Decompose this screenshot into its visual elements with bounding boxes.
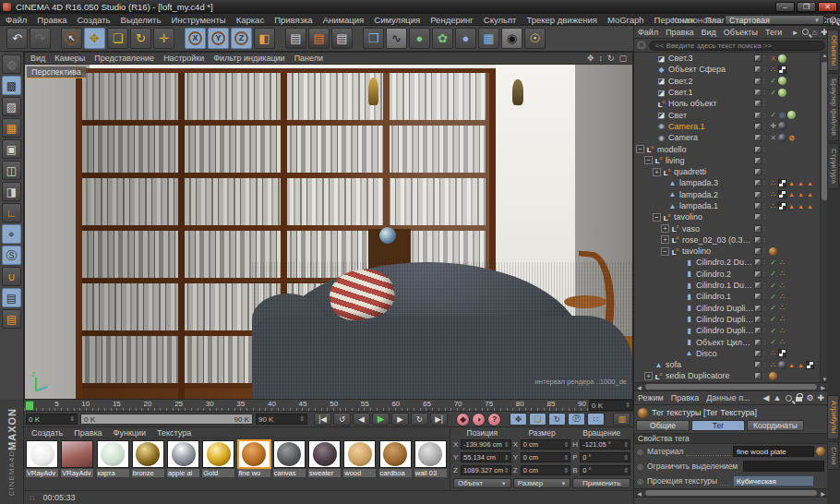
material-item[interactable]: cardboa — [379, 440, 413, 477]
object-tree-row[interactable]: Cilindro.2 : — [634, 269, 828, 280]
object-tree-row[interactable]: sofa : — [634, 359, 828, 370]
material-menu-item[interactable]: Текстура — [157, 428, 191, 438]
spinner-icon[interactable]: ⇕ — [625, 402, 630, 409]
object-name[interactable]: Свет.2 — [668, 77, 754, 86]
attribute-value-field[interactable] — [743, 461, 824, 472]
keyframe-circle-icon[interactable]: ◎ — [637, 462, 645, 471]
model-mode-button[interactable]: ▩ — [2, 76, 21, 95]
visibility-dots-icon[interactable]: : — [763, 316, 767, 323]
visibility-dots-icon[interactable]: : — [763, 146, 767, 153]
viewport-menu-item[interactable]: Камеры — [54, 54, 85, 63]
edit-toggle-icon[interactable] — [754, 236, 762, 244]
edit-toggle-icon[interactable] — [754, 179, 762, 186]
scroll-right-icon[interactable]: ▶ — [819, 384, 827, 390]
edit-toggle-icon[interactable] — [754, 361, 762, 368]
object-tree-row[interactable]: Cilindro.2 Duplicatore : — [634, 257, 828, 268]
home-icon[interactable]: ⌂ — [812, 28, 817, 37]
spinner-icon[interactable]: ⇕ — [504, 454, 510, 462]
play-button[interactable]: ▶ — [372, 413, 390, 426]
apply-button[interactable]: Применить — [572, 478, 630, 488]
attribute-tab[interactable]: Координаты — [747, 420, 804, 431]
coordinate-system-button[interactable]: ◧ — [254, 28, 275, 49]
edit-toggle-icon[interactable] — [754, 66, 762, 73]
material-menu-item[interactable]: Создать — [31, 428, 63, 438]
object-name[interactable]: Cilindro.1 — [696, 292, 754, 301]
clear-search-icon[interactable]: ✕ — [637, 41, 646, 50]
edit-toggle-icon[interactable] — [754, 225, 762, 233]
coordinate-field[interactable]: -121.05 ° ⇕ — [580, 439, 630, 450]
points-mode-button[interactable]: ▣ — [2, 139, 21, 159]
search-icon[interactable] — [802, 29, 809, 35]
object-name[interactable]: Cilindro.2 Duplicatore — [696, 258, 754, 267]
object-name[interactable]: quadretti — [674, 167, 754, 176]
record-keyframe-button[interactable]: ◆ — [456, 413, 470, 426]
object-name[interactable]: sofa — [666, 360, 754, 369]
spinner-icon[interactable]: ⇕ — [504, 441, 510, 449]
view-label[interactable]: Перспектива — [27, 66, 86, 78]
scroll-thumb[interactable] — [645, 490, 817, 496]
coordinate-field[interactable]: -139.906 cm ⇕ — [461, 439, 511, 450]
object-tree-row[interactable]: vaso : — [634, 222, 828, 234]
expand-toggle-icon[interactable] — [653, 213, 661, 222]
object-tree-row[interactable]: lampada.2 : — [634, 189, 828, 200]
range-start-field[interactable]: 0 K ⇕ — [26, 414, 78, 425]
viewport-menu-item[interactable]: Настройки — [163, 54, 204, 63]
material-item[interactable]: apple al — [167, 440, 200, 477]
edit-toggle-icon[interactable] — [754, 123, 762, 130]
add-generator-button[interactable]: ● — [409, 28, 430, 49]
object-tree-row[interactable]: modello : — [634, 143, 828, 154]
spinner-icon[interactable]: ⇕ — [69, 415, 75, 423]
preview-range-slider[interactable]: 0 K 90 K — [80, 414, 253, 425]
separator[interactable] — [354, 28, 361, 49]
object-tree-row[interactable]: Camera.1 : — [634, 121, 828, 132]
coordinate-field[interactable]: 0 cm ⇕ — [521, 452, 571, 462]
object-name[interactable]: Cilindro Duplicatore.2 — [696, 304, 754, 313]
visibility-dots-icon[interactable]: : — [763, 305, 767, 312]
object-name[interactable]: rose_02_03 (0.32 m) — [682, 235, 754, 245]
object-name[interactable]: Свет.1 — [668, 88, 754, 97]
visibility-dots-icon[interactable]: : — [763, 258, 767, 266]
menu-item[interactable]: Каркас — [236, 15, 265, 25]
dock-tab[interactable]: Слои — [827, 441, 839, 470]
visibility-dots-icon[interactable]: : — [763, 112, 767, 119]
scroll-left-icon[interactable]: ◀ — [635, 490, 643, 497]
separator[interactable] — [53, 28, 59, 49]
previous-key-button[interactable]: ↺ — [333, 413, 351, 426]
object-name[interactable]: Ноль объект — [668, 99, 754, 108]
object-name[interactable]: living — [666, 156, 754, 165]
visibility-dots-icon[interactable]: : — [763, 213, 767, 221]
spinner-icon[interactable]: ⇕ — [563, 467, 569, 474]
workplane-mode-button[interactable]: ▦ — [2, 118, 21, 138]
last-used-tool[interactable]: ✛ — [153, 28, 174, 49]
edit-toggle-icon[interactable] — [754, 293, 762, 300]
object-tree-row[interactable]: lampada.1 : — [634, 200, 828, 211]
object-tree-row[interactable]: Свет.2 : — [634, 76, 828, 87]
object-manager-menu-item[interactable]: Вид — [702, 28, 716, 37]
object-tree-row[interactable]: living : — [634, 155, 828, 166]
expand-toggle-icon[interactable] — [653, 168, 661, 176]
undo-button[interactable]: ↶ — [6, 28, 28, 49]
attribute-menu-item[interactable]: Режим — [638, 393, 664, 402]
menu-item[interactable]: Симуляция — [374, 15, 420, 25]
object-tree-row[interactable]: sedia Duplicatore : — [634, 370, 828, 381]
edit-toggle-icon[interactable] — [754, 339, 762, 346]
add-cube-object-button[interactable]: ❒ — [363, 28, 384, 49]
render-settings-button[interactable]: ▤ — [331, 28, 353, 49]
expand-toggle-icon[interactable] — [661, 224, 669, 233]
object-name[interactable]: Cilindro Duplicatore — [696, 326, 754, 335]
edit-toggle-icon[interactable] — [754, 282, 762, 289]
edit-toggle-icon[interactable] — [754, 78, 762, 85]
object-tree-row[interactable]: Объект Цилиндр : — [634, 336, 828, 347]
viewport-toggle-icon[interactable]: ▢ — [618, 54, 627, 63]
visibility-dots-icon[interactable]: : — [763, 270, 767, 278]
edit-toggle-icon[interactable] — [754, 146, 762, 153]
spline-pen-button[interactable]: ∿ — [386, 28, 407, 49]
edit-toggle-icon[interactable] — [754, 89, 762, 96]
spinner-icon[interactable]: ⇕ — [623, 441, 629, 449]
object-name[interactable]: Cilindro Duplicatore.1 — [696, 315, 754, 324]
visibility-dots-icon[interactable]: : — [763, 123, 767, 130]
visibility-dots-icon[interactable]: : — [763, 168, 767, 175]
viewport-rotate-icon[interactable]: ↻ — [607, 54, 615, 63]
lock-x-axis-button[interactable]: X — [185, 28, 206, 49]
object-name[interactable]: Cilindro.2 — [696, 270, 754, 279]
